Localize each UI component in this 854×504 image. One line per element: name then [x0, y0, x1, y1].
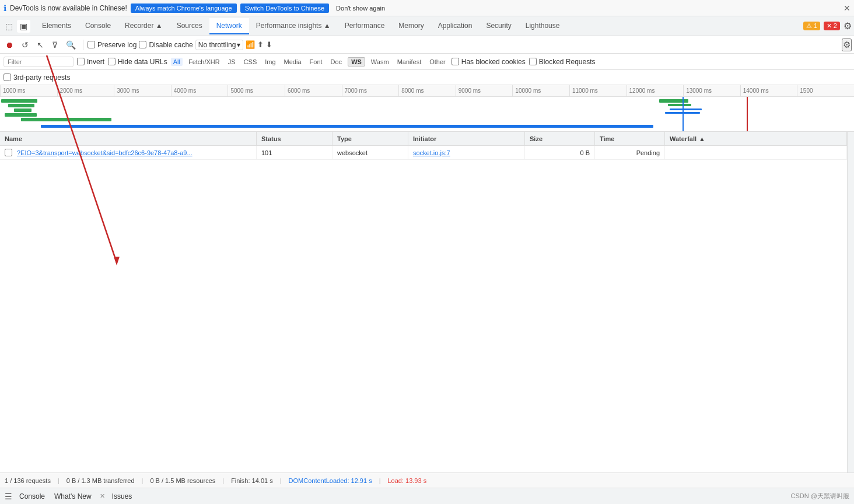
timeline-bar-r2 [668, 104, 691, 106]
switch-devtools-btn[interactable]: Switch DevTools to Chinese [240, 4, 329, 13]
tab-console[interactable]: Console [78, 18, 118, 34]
th-status[interactable]: Status [257, 132, 332, 145]
preserve-log-checkbox[interactable] [88, 41, 95, 48]
inspect-icon-btn[interactable]: ⬚ [2, 20, 16, 33]
ruler-tick: 11000 ms [569, 85, 626, 96]
dom-content-loaded: DOMContentLoaded: 12.91 s [289, 477, 372, 484]
timeline-bar-2 [8, 104, 34, 107]
device-icon-btn[interactable]: ▣ [17, 20, 30, 33]
sort-arrow-icon: ▲ [699, 135, 705, 142]
tab-elements[interactable]: Elements [35, 18, 78, 34]
tab-memory[interactable]: Memory [391, 18, 430, 34]
filter-doc-btn[interactable]: Doc [328, 58, 345, 66]
load-time: Load: 13.93 s [388, 477, 427, 484]
resources-size: 0 B / 1.5 MB resources [150, 477, 215, 484]
blocked-requests-label[interactable]: Blocked Requests [529, 58, 596, 66]
filter-manifest-btn[interactable]: Manifest [395, 58, 424, 66]
toolbar-sep1 [83, 40, 83, 50]
always-match-btn[interactable]: Always match Chrome's language [131, 4, 237, 13]
filter-wasm-btn[interactable]: Wasm [369, 58, 391, 66]
ruler-tick: 2000 ms [57, 85, 114, 96]
ruler-tick: 12000 ms [626, 85, 684, 96]
th-waterfall[interactable]: Waterfall ▲ [665, 132, 847, 145]
tab-application[interactable]: Application [431, 18, 480, 34]
filter-js-btn[interactable]: JS [226, 58, 238, 66]
info-icon: ℹ [4, 4, 6, 13]
cursor-btn[interactable]: ↖ [34, 39, 47, 51]
ruler-tick: 13000 ms [683, 85, 740, 96]
th-type[interactable]: Type [332, 132, 408, 145]
devtools-panel: ℹ DevTools is now available in Chinese! … [0, 0, 854, 504]
infobar-close-icon[interactable]: ✕ [844, 4, 850, 13]
filter-bar: Invert Hide data URLs All Fetch/XHR JS C… [0, 54, 854, 70]
timeline-bar-r3 [670, 108, 702, 110]
hide-data-urls-label[interactable]: Hide data URLs [108, 58, 167, 66]
record-btn[interactable]: ⏺ [2, 39, 16, 51]
filter-other-btn[interactable]: Other [427, 58, 448, 66]
timeline-bars[interactable] [0, 97, 854, 132]
td-type: websocket [332, 146, 408, 159]
tab-sources[interactable]: Sources [170, 18, 209, 34]
preserve-log-label[interactable]: Preserve log [88, 41, 136, 49]
ruler-tick: 5000 ms [228, 85, 285, 96]
disable-cache-label[interactable]: Disable cache [139, 41, 192, 49]
timeline-bar-r1 [659, 99, 688, 103]
row-name-link[interactable]: ?EIO=3&transport=websocket&sid=bdfc26c6-… [17, 149, 192, 156]
tab-security[interactable]: Security [479, 18, 518, 34]
devtools-settings-btn[interactable]: ⚙ [844, 20, 852, 32]
table-scroll-area: Name Status Type Initiator Size Time [0, 132, 847, 473]
invert-label[interactable]: Invert [77, 58, 104, 66]
bottom-console-tab[interactable]: Console [17, 492, 47, 501]
table-row[interactable]: ?EIO=3&transport=websocket&sid=bdfc26c6-… [0, 146, 847, 160]
tab-performance[interactable]: Performance [338, 18, 392, 34]
warning-badge[interactable]: ⚠ 1 [803, 22, 820, 30]
network-toolbar: ⏺ ↺ ↖ ⊽ 🔍 Preserve log Disable cache No … [0, 36, 854, 54]
filter-input[interactable] [4, 57, 74, 67]
transferred-size: 0 B / 1.3 MB transferred [66, 477, 135, 484]
thirdparty-label[interactable]: 3rd-party requests [4, 74, 70, 82]
filter-fetch-btn[interactable]: Fetch/XHR [186, 58, 222, 66]
throttle-select[interactable]: No throttling ▾ [195, 40, 244, 50]
th-initiator[interactable]: Initiator [408, 132, 525, 145]
row-checkbox[interactable] [5, 149, 12, 156]
bottom-issues-tab[interactable]: Issues [110, 492, 135, 501]
th-time[interactable]: Time [595, 132, 665, 145]
filter-font-btn[interactable]: Font [307, 58, 325, 66]
network-settings-btn[interactable]: ⚙ [842, 38, 852, 51]
error-badge[interactable]: ✕ 2 [824, 22, 840, 30]
bottom-whats-new-tab[interactable]: What's New [52, 492, 94, 501]
dont-show-again-btn[interactable]: Don't show again [332, 4, 388, 13]
blocked-cookies-checkbox[interactable] [452, 58, 459, 65]
thirdparty-checkbox[interactable] [4, 74, 11, 81]
blocked-cookies-label[interactable]: Has blocked cookies [452, 58, 526, 66]
ruler-tick: 9000 ms [456, 85, 513, 96]
tab-lighthouse[interactable]: Lighthouse [519, 18, 567, 34]
initiator-link[interactable]: socket.io.js:7 [413, 149, 450, 156]
filter-img-btn[interactable]: Img [262, 58, 278, 66]
td-waterfall [665, 146, 847, 159]
invert-checkbox[interactable] [77, 58, 85, 65]
whats-new-close-icon[interactable]: ✕ [100, 492, 105, 500]
refresh-btn[interactable]: ↺ [19, 39, 32, 51]
filter-toggle-btn[interactable]: ⊽ [49, 39, 61, 51]
th-size[interactable]: Size [525, 132, 595, 145]
timeline-container: 1000 ms2000 ms3000 ms4000 ms5000 ms6000 … [0, 85, 854, 132]
tab-right-actions: ⚠ 1 ✕ 2 ⚙ [803, 20, 852, 32]
filter-media-btn[interactable]: Media [282, 58, 304, 66]
filter-all-btn[interactable]: All [171, 58, 183, 66]
tab-network[interactable]: Network [209, 18, 249, 34]
search-btn[interactable]: 🔍 [63, 39, 79, 51]
tab-recorder[interactable]: Recorder ▲ [118, 18, 170, 34]
filter-ws-btn[interactable]: WS [348, 57, 365, 66]
hamburger-menu-icon[interactable]: ☰ [5, 492, 12, 501]
vertical-scrollbar[interactable] [847, 132, 854, 473]
td-status: 101 [257, 146, 332, 159]
disable-cache-checkbox[interactable] [139, 41, 146, 48]
td-initiator: socket.io.js:7 [408, 146, 525, 159]
blocked-requests-checkbox[interactable] [529, 58, 537, 65]
info-bar: ℹ DevTools is now available in Chinese! … [0, 0, 854, 16]
th-name[interactable]: Name [0, 132, 257, 145]
filter-css-btn[interactable]: CSS [242, 58, 260, 66]
hide-data-urls-checkbox[interactable] [108, 58, 116, 65]
tab-performance-insights[interactable]: Performance insights ▲ [249, 18, 338, 34]
